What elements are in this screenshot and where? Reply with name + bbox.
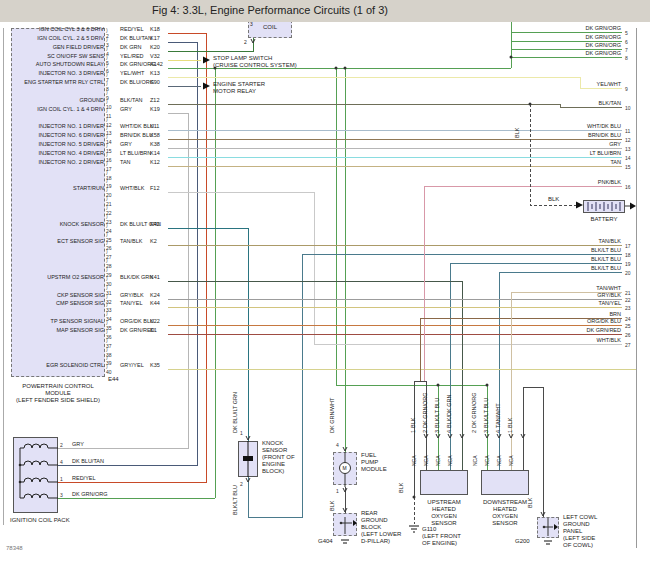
circuit-code-label: A142 [150, 61, 163, 67]
o2-wire-color: BLK/LT BLU [483, 398, 489, 428]
fuel-pump-label: FUEL PUMP MODULE [361, 452, 387, 473]
upstream-o2-box [420, 470, 468, 495]
o2-wire-color: DK GRN/ORG [422, 392, 428, 427]
vertical-wire-label: BLK/LT BLU [231, 485, 239, 515]
circuit-code-label: K11 [150, 123, 159, 129]
right-pin-wire-label: BRN [540, 311, 621, 317]
wire-color-label: WHT/DK BLU [120, 123, 154, 129]
right-pin-wire-label: TAN/BLK [540, 238, 621, 244]
o2-wire-color: BLK/DK GRN [446, 395, 452, 428]
right-pin-number: 17 [625, 243, 631, 249]
vertical-wire-label: DK BLU/LT GRN [231, 392, 239, 433]
wire-color-label: TAN [120, 159, 131, 165]
coil-pack-pin-number: 2 [60, 442, 63, 448]
right-pin-number: 27 [625, 342, 631, 348]
right-pin-number: 21 [625, 290, 631, 296]
right-pin-wire-label: BLK/LT BLU [540, 265, 621, 271]
circuit-code-label: K22 [150, 318, 160, 324]
o2-wire-pin: 4 [495, 430, 501, 433]
pcm-pin-label: GROUND [12, 97, 104, 103]
right-pin-wire-label: WHT/BLK [540, 337, 621, 343]
o2-wire-label: 1BLK [409, 418, 417, 433]
left-cowl-ground-box [537, 517, 559, 538]
coil-label: COIL [263, 24, 277, 31]
right-pin-number: 16 [625, 184, 631, 190]
circuit-code-label: K42 [150, 221, 160, 227]
downstream-o2-label: DOWNSTREAM HEATED OXYGEN SENSOR [481, 499, 529, 527]
right-pin-wire-label: WHT/DK BLU [540, 123, 621, 129]
wire-color-label: BLK/TAN [120, 97, 143, 103]
wire-color-label: DK BLU/TAN [120, 35, 152, 41]
right-pin-wire-label: BRN/DK BLU [540, 132, 621, 138]
wire-color-label: TAN/YEL [120, 300, 143, 306]
nca-label: NCA [483, 455, 491, 466]
wire-color-label: RED/YEL [120, 26, 144, 32]
right-pin-wire-label: DK GRN/ORG [540, 25, 621, 31]
wire-color-label: GRY [120, 141, 132, 147]
right-pin-number: 5 [625, 30, 628, 36]
o2-wire-pin: 3 [434, 430, 440, 433]
pcm-pin-label: EGR SOLENOID CTRL [12, 362, 104, 368]
nca-label: NCA [495, 455, 503, 466]
wire-color-label: DK BLU/ORG [120, 79, 154, 85]
right-pin-wire-label: DK GRN/RED [540, 327, 621, 333]
pcm-pin-label: MAP SENSOR SIG [12, 327, 104, 333]
title-bar: Fig 4: 3.3L, Engine Performance Circuits… [0, 0, 650, 22]
o2-wire-color: BLK [507, 418, 513, 428]
g200-id: G200 [515, 538, 530, 545]
pcm-pin-label: IGN COIL CYL. 1 & 4 DRIV [12, 106, 104, 112]
wire-blk-dk-grn [168, 281, 462, 470]
stop-lamp-switch-label: STOP LAMP SWITCH (CRUISE CONTROL SYSTEM) [213, 55, 297, 69]
pcm-pin-label: INJECTOR NO. 2 DRIVER [12, 159, 104, 165]
pcm-pin-label: KNOCK SENSOR [12, 221, 104, 227]
circuit-code-label: K24 [150, 292, 160, 298]
left-cowl-ground-label: LEFT COWL GROUND PANEL (LEFT SIDE OF COW… [563, 514, 597, 549]
coil-pack-wire-label: DK GRN/ORG [72, 491, 107, 497]
o2-wire-label: 4TAN/WHT [494, 403, 502, 433]
nca-label: NCA [434, 455, 442, 466]
circuit-code-label: K1 [150, 327, 157, 333]
right-pin-number: 9 [625, 86, 628, 92]
pcm-pin-label: START/RUN [12, 185, 104, 191]
pcm-pin-label: TP SENSOR SIGNAL [12, 318, 104, 324]
g110-ground-symbol [409, 526, 419, 532]
pcm-pin-label: INJECTOR NO. 1 DRIVER [12, 123, 104, 129]
o2-wire-label: 3BLK/LT BLU [433, 398, 441, 433]
o2-wire-pin: 2 [422, 430, 428, 433]
right-pin-wire-label: GRY/BLK [540, 292, 621, 298]
right-pin-number: 20 [625, 270, 631, 276]
ignition-coil-pack-box [13, 437, 58, 513]
o2-wire-color: BLK [410, 418, 416, 428]
circuit-code-label: K38 [150, 141, 160, 147]
wire-color-label: BRN/DK BLU [120, 132, 153, 138]
circuit-code-label: K35 [150, 362, 160, 368]
knock-sensor-label: KNOCK SENSOR (FRONT OF ENGINE BLOCK) [262, 440, 295, 475]
coil-pin-bottom: 2 [244, 39, 247, 46]
right-pin-wire-label: ORG/DK BLU [540, 318, 621, 324]
o2-wire-pin: 2 [471, 430, 477, 433]
knock-pin-bottom: 2 [240, 481, 243, 487]
o2-wire-pin: 4 [446, 430, 452, 433]
o2-wire-pin: 1 [410, 430, 416, 433]
wire-color-label: DK GRN [120, 44, 141, 50]
wire-color-label: GRY [120, 106, 132, 112]
nca-label: NCA [507, 455, 515, 466]
pcm-pin-number: 40 [106, 363, 112, 375]
right-pin-number: 12 [625, 137, 631, 143]
right-pin-wire-label: YEL/WHT [540, 81, 621, 87]
o2-wire-pin: 1 [507, 430, 513, 433]
wire-blk [345, 381, 543, 517]
pcm-pin-label: ECT SENSOR SIG [12, 238, 104, 244]
circuit-code-label: F12 [150, 185, 159, 191]
fuel-pump-pin-bottom: 1 [336, 488, 339, 494]
right-pin-number: 22 [625, 297, 631, 303]
coil-pack-pin-number: 3 [60, 492, 63, 498]
pcm-pin-label: CMP SENSOR SIG [12, 300, 104, 306]
wire-color-label: WHT/BLK [120, 185, 144, 191]
right-pin-number: 8 [625, 55, 628, 61]
right-pin-wire-label: BLK/TAN [540, 100, 621, 106]
wire-color-label: BLK/DK GRN [120, 274, 153, 280]
circuit-code-label: K41 [150, 274, 160, 280]
wire-color-label: TAN/BLK [120, 238, 143, 244]
circuit-code-label: K19 [150, 106, 160, 112]
